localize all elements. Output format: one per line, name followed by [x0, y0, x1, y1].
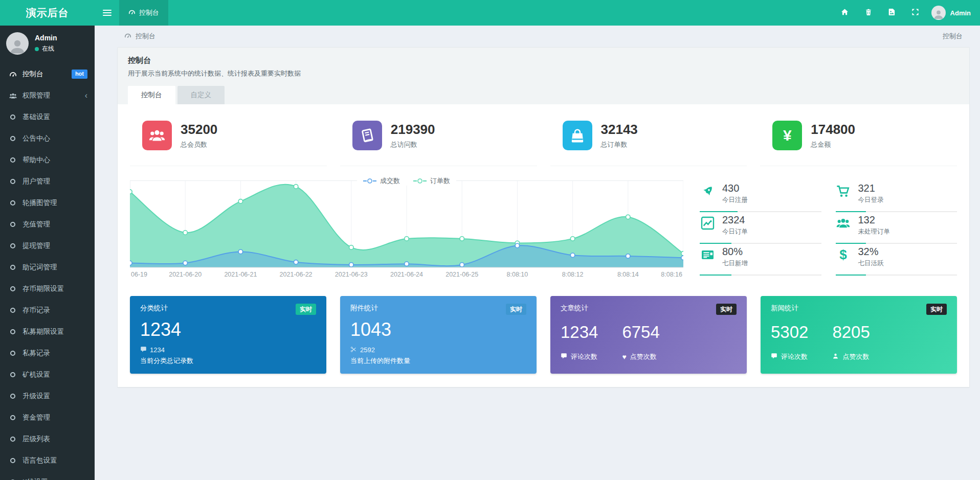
- mini-stat-label: 今日订单: [722, 227, 748, 236]
- legend-item-1[interactable]: 订单数: [413, 176, 450, 186]
- realtime-badge: 实时: [506, 304, 526, 315]
- fullscreen-button[interactable]: [904, 0, 927, 26]
- hamburger-icon: [103, 8, 112, 17]
- sidebar-item-9[interactable]: 助记词管理: [0, 257, 95, 278]
- yen-icon: ¥: [772, 121, 802, 150]
- svg-text:8:08:10: 8:08:10: [507, 271, 528, 278]
- mini-stat-register: 430 今日注册: [700, 180, 821, 212]
- chart-canvas: 06-192021-06-202021-06-212021-06-222021-…: [130, 180, 683, 281]
- mini-stat-value: 32%: [858, 246, 884, 258]
- circle-o-icon: [8, 458, 17, 463]
- expand-icon: [911, 8, 919, 18]
- sidebar-item-17[interactable]: 层级列表: [0, 428, 95, 450]
- mini-stat-label: 未处理订单: [858, 227, 890, 236]
- sidebar-item-16[interactable]: 资金管理: [0, 407, 95, 428]
- cart-icon: [836, 184, 851, 199]
- sidebar-item-3[interactable]: 公告中心: [0, 128, 95, 149]
- mini-stat-week-new: 80% 七日新增: [700, 244, 821, 276]
- nav-tab-dashboard[interactable]: 控制台: [119, 0, 168, 26]
- tab-dashboard[interactable]: 控制台: [128, 86, 175, 104]
- legend-item-0[interactable]: 成交数: [363, 176, 400, 186]
- sidebar-item-label: K线设置: [23, 477, 48, 480]
- progress-bar: [836, 243, 957, 244]
- home-button[interactable]: [833, 0, 857, 26]
- circle-o-icon: [8, 265, 17, 270]
- sidebar-item-10[interactable]: 存币期限设置: [0, 278, 95, 300]
- users-icon: [142, 121, 172, 150]
- stat-label: 总金额: [811, 140, 855, 149]
- mini-stat-label: 今日登录: [858, 196, 884, 204]
- sidebar-item-19[interactable]: K线设置: [0, 471, 95, 480]
- sidebar-item-18[interactable]: 语言包设置: [0, 450, 95, 471]
- brand-logo[interactable]: 演示后台: [0, 0, 95, 26]
- panel-body: 35200 总会员数 219390 总访问数: [118, 104, 969, 387]
- realtime-badge: 实时: [296, 304, 316, 315]
- tab-custom[interactable]: 自定义: [177, 86, 225, 104]
- svg-text:2021-06-24: 2021-06-24: [390, 271, 423, 278]
- circle-o-icon: [8, 222, 17, 227]
- sidebar-item-label: 控制台: [23, 70, 43, 79]
- svg-text:2021-06-23: 2021-06-23: [335, 271, 368, 278]
- clear-cache-button[interactable]: [880, 0, 904, 26]
- stat-card-members: 35200 总会员数: [130, 119, 327, 166]
- comment-icon: [771, 353, 777, 361]
- sidebar-item-1[interactable]: 权限管理‹: [0, 85, 95, 106]
- navbar-right: Admin: [833, 0, 980, 26]
- mini-stats: 430 今日注册: [700, 180, 957, 281]
- sidebar-toggle-button[interactable]: [95, 0, 119, 26]
- stat-label: 总访问数: [391, 140, 435, 149]
- sidebar-item-12[interactable]: 私募期限设置: [0, 321, 95, 342]
- sidebar-item-label: 基础设置: [23, 112, 50, 122]
- sidebar-item-label: 公告中心: [23, 134, 50, 143]
- circle-o-icon: [8, 200, 17, 205]
- card-value: 8205: [832, 323, 947, 341]
- sidebar-item-7[interactable]: 充值管理: [0, 214, 95, 235]
- card-attachment-stats: 附件统计 实时 1043 2592 当前上传的附件数量: [340, 296, 537, 374]
- sidebar-item-2[interactable]: 基础设置: [0, 106, 95, 128]
- file-image-icon: [888, 8, 896, 18]
- card-value: 1043: [350, 319, 526, 340]
- sidebar-item-8[interactable]: 提现管理: [0, 235, 95, 257]
- breadcrumb-right[interactable]: 控制台: [943, 32, 963, 41]
- circle-o-icon: [8, 329, 17, 334]
- svg-text:06-19: 06-19: [131, 271, 147, 278]
- sidebar-item-4[interactable]: 帮助中心: [0, 149, 95, 171]
- panel-tabs: 控制台 自定义: [128, 86, 959, 104]
- sidebar-item-label: 语言包设置: [23, 456, 57, 465]
- mini-stat-value: 321: [858, 182, 884, 194]
- comment-icon: [140, 346, 147, 354]
- card-value: 5302: [771, 323, 832, 341]
- sidebar-item-15[interactable]: 升级设置: [0, 385, 95, 407]
- stat-label: 总订单数: [601, 140, 638, 149]
- trash-button[interactable]: [857, 0, 880, 26]
- card-value: 6754: [622, 323, 737, 341]
- users-icon: [836, 215, 851, 231]
- top-navbar: 演示后台 控制台: [0, 0, 980, 26]
- breadcrumb-current[interactable]: 控制台: [124, 32, 155, 41]
- card-title: 新闻统计: [771, 304, 798, 313]
- svg-text:8:08:16: 8:08:16: [661, 271, 682, 278]
- stat-cards-row: 35200 总会员数 219390 总访问数: [130, 119, 957, 166]
- page-subtitle: 用于展示当前系统中的统计数据、统计报表及重要实时数据: [128, 69, 959, 78]
- circle-o-icon: [8, 351, 17, 356]
- sidebar-user-status: 在线: [35, 44, 57, 53]
- sidebar-item-5[interactable]: 用户管理: [0, 171, 95, 192]
- user-menu[interactable]: Admin: [927, 0, 980, 26]
- card-value: 1234: [140, 319, 316, 340]
- mini-stat-value: 2324: [722, 214, 748, 226]
- rocket-icon: [700, 184, 715, 199]
- card-metric-label: 评论次数: [561, 352, 622, 361]
- sidebar-item-11[interactable]: 存币记录: [0, 300, 95, 321]
- sidebar-item-0[interactable]: 控制台hot: [0, 63, 95, 85]
- sidebar-item-label: 轮播图管理: [23, 198, 57, 208]
- summary-cards-row: 分类统计 实时 1234 1234 当前分类总记录数 附件统计: [130, 296, 957, 374]
- svg-text:2021-06-20: 2021-06-20: [169, 271, 202, 278]
- dashboard-icon: [128, 9, 136, 17]
- card-metric-label: ♥ 点赞次数: [622, 352, 737, 361]
- circle-o-icon: [8, 179, 17, 184]
- sidebar-menu: 控制台hot权限管理‹基础设置公告中心帮助中心用户管理轮播图管理充值管理提现管理…: [0, 63, 95, 480]
- sidebar-item-13[interactable]: 私募记录: [0, 342, 95, 364]
- card-title: 文章统计: [561, 304, 588, 313]
- sidebar-item-14[interactable]: 矿机设置: [0, 364, 95, 385]
- sidebar-item-6[interactable]: 轮播图管理: [0, 192, 95, 214]
